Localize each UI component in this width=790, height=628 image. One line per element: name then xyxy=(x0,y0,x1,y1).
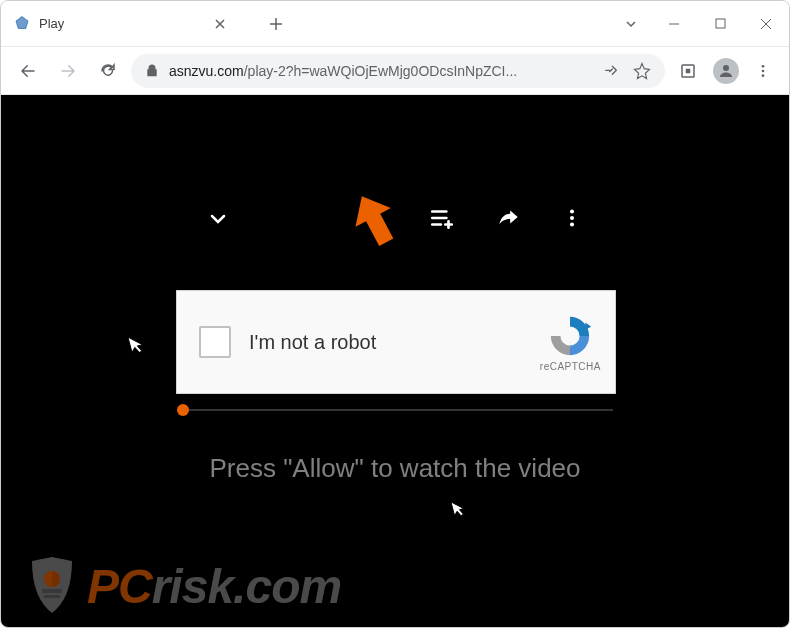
share-icon[interactable] xyxy=(603,63,619,79)
more-vert-icon[interactable] xyxy=(561,207,583,229)
svg-rect-1 xyxy=(716,19,725,28)
svg-point-7 xyxy=(762,74,765,77)
search-tabs-button[interactable] xyxy=(611,1,651,46)
recaptcha-logo-icon xyxy=(547,313,593,359)
svg-point-4 xyxy=(723,65,729,71)
tab-title: Play xyxy=(39,16,203,31)
svg-point-8 xyxy=(570,210,574,214)
window-close-button[interactable] xyxy=(743,1,789,47)
titlebar-spacer xyxy=(293,1,611,46)
favicon-icon xyxy=(13,15,31,33)
reload-button[interactable] xyxy=(91,54,125,88)
watermark-shield-icon xyxy=(17,551,87,621)
recaptcha-checkbox[interactable] xyxy=(199,326,231,358)
new-tab-button[interactable] xyxy=(259,1,293,46)
minimize-button[interactable] xyxy=(651,1,697,47)
extensions-icon[interactable] xyxy=(679,62,697,80)
svg-point-6 xyxy=(762,69,765,72)
recaptcha-label: I'm not a robot xyxy=(249,331,540,354)
maximize-button[interactable] xyxy=(697,1,743,47)
svg-rect-3 xyxy=(686,68,691,73)
svg-point-10 xyxy=(570,222,574,226)
svg-marker-0 xyxy=(16,16,28,28)
back-button[interactable] xyxy=(11,54,45,88)
svg-rect-14 xyxy=(44,595,60,598)
svg-point-9 xyxy=(570,216,574,220)
url-domain: asnzvu.com xyxy=(169,63,244,79)
forward-button[interactable] xyxy=(51,54,85,88)
recaptcha-badge: reCAPTCHA xyxy=(540,313,601,372)
watermark-text: PCrisk.com xyxy=(87,559,341,614)
lock-icon xyxy=(145,64,159,78)
cursor-icon xyxy=(125,331,148,357)
video-progress-track[interactable] xyxy=(177,409,613,411)
playlist-add-icon[interactable] xyxy=(429,205,455,231)
expand-details-icon[interactable] xyxy=(206,207,230,231)
browser-tab[interactable]: Play xyxy=(1,1,241,46)
watermark: PCrisk.com xyxy=(17,551,341,621)
share-forward-icon[interactable] xyxy=(495,205,521,231)
address-bar[interactable]: asnzvu.com/play-2?h=waWQiOjEwMjg0ODcsInN… xyxy=(131,54,665,88)
svg-marker-11 xyxy=(586,322,592,330)
toolbar-right-icons xyxy=(671,58,779,84)
bookmark-star-icon[interactable] xyxy=(633,62,651,80)
recaptcha-brand-text: reCAPTCHA xyxy=(540,361,601,372)
page-content: I'm not a robot reCAPTCHA Press "Allow" … xyxy=(1,95,789,627)
window-controls xyxy=(651,1,789,46)
omnibox-actions xyxy=(603,62,651,80)
toolbar: asnzvu.com/play-2?h=waWQiOjEwMjg0ODcsInN… xyxy=(1,47,789,95)
press-allow-text: Press "Allow" to watch the video xyxy=(1,453,789,484)
profile-avatar-icon[interactable] xyxy=(713,58,739,84)
tab-close-button[interactable] xyxy=(211,15,229,33)
recaptcha-box: I'm not a robot reCAPTCHA xyxy=(176,290,616,394)
annotation-arrow-icon xyxy=(345,191,405,251)
svg-point-5 xyxy=(762,65,765,68)
url-path: /play-2?h=waWQiOjEwMjg0ODcsInNpZCI... xyxy=(244,63,517,79)
video-progress-thumb[interactable] xyxy=(177,404,189,416)
svg-rect-13 xyxy=(42,589,62,593)
url-text: asnzvu.com/play-2?h=waWQiOjEwMjg0ODcsInN… xyxy=(169,63,517,79)
cursor-icon-secondary xyxy=(449,496,470,519)
titlebar: Play xyxy=(1,1,789,47)
video-action-row xyxy=(429,205,583,231)
browser-window: Play xyxy=(0,0,790,628)
menu-button[interactable] xyxy=(755,63,771,79)
